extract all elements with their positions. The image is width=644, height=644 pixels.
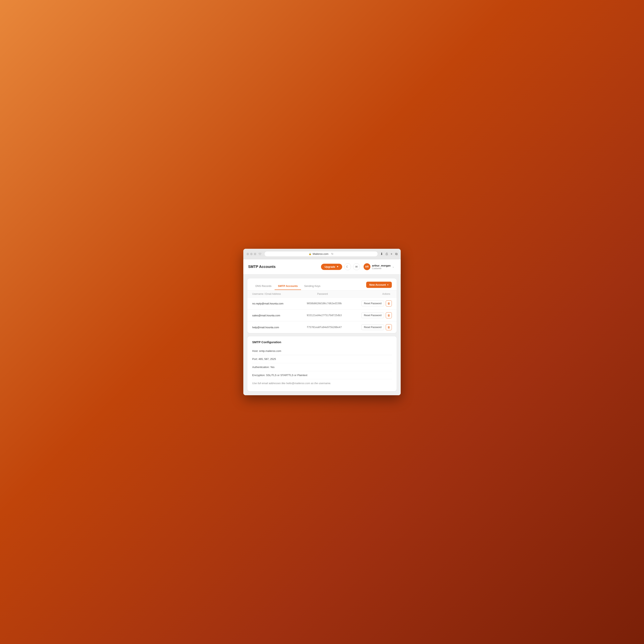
new-account-label: New Account	[369, 283, 386, 286]
user-menu[interactable]: AR arthur_morgan Customer ⌄	[362, 262, 396, 271]
config-title: SMTP Configuration	[252, 340, 392, 344]
upgrade-button[interactable]: Upgrade ✦	[321, 264, 342, 270]
column-password: Password	[317, 293, 382, 295]
new-tab-icon[interactable]: +	[391, 252, 392, 256]
config-encryption: Encryption: SSL/TLS or STARTTLS or Plain…	[252, 371, 392, 379]
reset-password-button[interactable]: Reset Password	[361, 301, 384, 306]
app-container: SMTP Accounts Upgrade ✦ ☾ ✉ AR ar	[243, 259, 401, 395]
config-auth: Authentication: Yes	[252, 363, 392, 371]
page-header: SMTP Accounts Upgrade ✦ ☾ ✉ AR ar	[243, 259, 401, 274]
actions-cell: Reset Password 🗑	[361, 324, 392, 330]
mail-button[interactable]: ✉	[353, 263, 360, 270]
delete-account-button[interactable]: 🗑	[386, 312, 392, 318]
maximize-dot	[254, 253, 256, 255]
reset-password-button[interactable]: Reset Password	[361, 313, 384, 318]
config-note: Use full email addresses like hello@mail…	[252, 379, 392, 387]
table-header: Username / Email Address Password Action…	[247, 291, 397, 298]
trash-icon: 🗑	[387, 302, 390, 305]
email-cell: sales@mail.hounta.com	[252, 314, 307, 317]
avatar: AR	[364, 263, 370, 270]
window-controls	[247, 253, 256, 255]
column-email: Username / Email Address	[252, 293, 317, 295]
actions-cell: Reset Password 🗑	[361, 300, 392, 306]
user-info: arthur_morgan Customer	[372, 264, 391, 270]
new-account-button[interactable]: New Account +	[366, 282, 392, 288]
trash-icon: 🗑	[387, 326, 390, 329]
navigation-tabs: DNS Records SMTP Accounts Sending Keys	[252, 282, 324, 290]
tab-smtp-accounts[interactable]: SMTP Accounts	[275, 282, 301, 290]
password-cell: f75701ea0fa94e975b288e47	[307, 326, 361, 329]
tab-sending-keys[interactable]: Sending Keys	[301, 282, 324, 290]
delete-account-button[interactable]: 🗑	[386, 300, 392, 306]
browser-action-buttons: ⬇ ⎙ + ⧉	[380, 252, 397, 256]
header-actions: Upgrade ✦ ☾ ✉ AR arthur_morgan Customer	[321, 262, 396, 271]
actions-cell: Reset Password 🗑	[361, 312, 392, 318]
theme-toggle-button[interactable]: ☾	[344, 263, 351, 270]
table-row: no.reply@mail.hounta.com 9058b8620d106c7…	[247, 298, 397, 309]
minimize-dot	[250, 253, 253, 255]
reset-password-button[interactable]: Reset Password	[361, 324, 384, 330]
plus-icon: +	[387, 283, 389, 286]
tabs-icon[interactable]: ⧉	[395, 252, 397, 256]
browser-window: 🛡 🔒 Maileroo.com ↻ ⬇ ⎙ + ⧉ SMTP Accounts…	[243, 249, 401, 395]
tab-dns-records[interactable]: DNS Records	[252, 282, 275, 290]
delete-account-button[interactable]: 🗑	[386, 324, 392, 330]
username: arthur_morgan	[372, 264, 391, 267]
sparkle-icon: ✦	[337, 265, 339, 268]
main-content: DNS Records SMTP Accounts Sending Keys N…	[243, 274, 401, 395]
page-title: SMTP Accounts	[248, 265, 276, 269]
lock-icon: 🔒	[309, 253, 312, 255]
password-cell: 933121ed4e27f51fb8725db3	[307, 314, 361, 317]
mail-icon: ✉	[355, 265, 358, 268]
refresh-icon[interactable]: ↻	[331, 252, 333, 255]
moon-icon: ☾	[346, 265, 349, 268]
email-cell: no.reply@mail.hounta.com	[252, 302, 307, 305]
share-icon[interactable]: ⎙	[386, 252, 388, 256]
column-actions: Actions	[382, 293, 392, 295]
chevron-down-icon: ⌄	[392, 265, 394, 268]
accounts-table: Username / Email Address Password Action…	[247, 291, 397, 333]
table-row: help@mail.hounta.com f75701ea0fa94e975b2…	[247, 321, 397, 333]
config-host: Host: smtp.maileroo.com	[252, 347, 392, 355]
upgrade-label: Upgrade	[325, 265, 335, 268]
download-icon[interactable]: ⬇	[380, 252, 383, 256]
trash-icon: 🗑	[387, 314, 390, 317]
shield-icon: 🛡	[259, 252, 262, 256]
url-text: Maileroo.com	[313, 252, 328, 255]
smtp-config-card: SMTP Configuration Host: smtp.maileroo.c…	[247, 336, 397, 391]
user-role: Customer	[372, 267, 391, 270]
close-dot	[247, 253, 249, 255]
password-cell: 9058b8620d106c7d62ed339b	[307, 302, 361, 305]
tabs-header: DNS Records SMTP Accounts Sending Keys N…	[247, 278, 397, 291]
config-port: Port: 465, 587, 2525	[252, 355, 392, 363]
browser-chrome: 🛡 🔒 Maileroo.com ↻ ⬇ ⎙ + ⧉	[243, 249, 401, 259]
address-bar[interactable]: 🔒 Maileroo.com ↻	[264, 251, 378, 257]
email-cell: help@mail.hounta.com	[252, 326, 307, 329]
accounts-card: DNS Records SMTP Accounts Sending Keys N…	[247, 278, 397, 333]
table-row: sales@mail.hounta.com 933121ed4e27f51fb8…	[247, 309, 397, 321]
